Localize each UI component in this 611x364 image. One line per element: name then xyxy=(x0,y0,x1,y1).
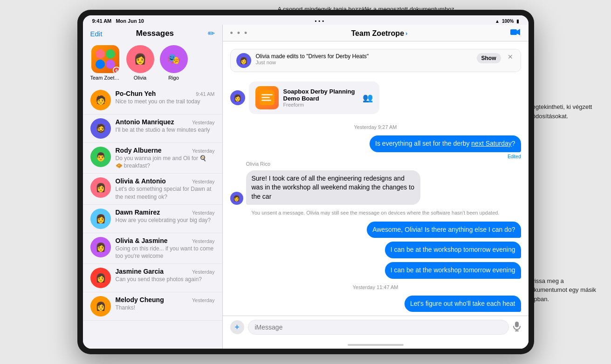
compose-button[interactable]: ✏ xyxy=(208,28,215,39)
conv-content-rody: Rody Albuerne Yesterday Do you wanna joi… xyxy=(116,147,215,169)
msg-row-received-1: 👩 Sure! I took care of all the engineeri… xyxy=(230,170,521,205)
avatar-pochun: 🧑 xyxy=(90,90,111,110)
conv-content-pochun: Po-Chun Yeh 9:41 AM Nice to meet you on … xyxy=(116,90,215,105)
svg-rect-11 xyxy=(515,322,519,327)
chevron-right-icon: › xyxy=(405,30,407,37)
conv-preview: How are you celebrating your big day? xyxy=(116,216,215,224)
conv-preview: Thanks! xyxy=(116,304,215,311)
conv-preview: Do you wanna join me and Oli for 🍳 🧇 bre… xyxy=(116,155,215,169)
msg-bubble-sent-3: I can be at the workshop tomorrow evenin… xyxy=(385,242,521,258)
conv-preview: Going on this ride... if you want to com… xyxy=(116,245,215,260)
sidebar-title: Messages xyxy=(102,29,207,38)
conv-content-melody: Melody Cheung Yesterday Thanks! xyxy=(116,296,215,311)
conv-item-pochun[interactable]: 🧑 Po-Chun Yeh 9:41 AM Nice to meet you o… xyxy=(83,86,222,115)
freeform-info: Soapbox Derby Planning Demo Board Freefo… xyxy=(283,88,358,108)
conv-item-olivia-antonio[interactable]: 👩 Olivia & Antonio Yesterday Let's do so… xyxy=(83,174,222,204)
msg-sender-name-olivia: Olivia Rico xyxy=(246,161,521,167)
pinned-name-olivia: Olivia xyxy=(134,75,147,81)
add-attachment-button[interactable]: + xyxy=(230,320,244,334)
status-right: ▲ 100% ▮ xyxy=(495,19,519,24)
conv-time: Yesterday xyxy=(192,238,215,244)
freeform-card[interactable]: Soapbox Derby Planning Demo Board Freefo… xyxy=(249,81,379,114)
conv-item-jasmine[interactable]: 👩 Jasmine Garcia Yesterday Can you send … xyxy=(83,264,222,292)
notif-text: Olivia made edits to "Drivers for Derby … xyxy=(256,53,472,60)
olivia-avatar: 👩 xyxy=(126,45,154,73)
freeform-title: Soapbox Derby Planning Demo Board xyxy=(283,88,358,102)
ipad-device: 9:41 AM Mon Jun 10 • • • ▲ 100% ▮ Edit M… xyxy=(77,10,534,354)
msg-bubble-sent-5: Let's figure out who'll take each heat xyxy=(405,296,521,312)
conv-time: Yesterday xyxy=(192,210,215,216)
show-button[interactable]: Show xyxy=(477,53,501,63)
conv-time: 9:41 AM xyxy=(196,91,214,97)
conv-time: Yesterday xyxy=(192,179,215,184)
msg-bubble-sent-2: Awesome, Olivia! Is there anything else … xyxy=(367,222,521,238)
share-icon: 👥 xyxy=(363,93,373,103)
svg-rect-0 xyxy=(510,29,517,35)
msg-bubble-sent-4: I can be at the workshop tomorrow evenin… xyxy=(385,262,521,279)
sender-avatar-olivia: 👩 xyxy=(230,192,243,205)
annotation-right-top: Megtekintheti, ki végzett módosításokat. xyxy=(527,102,602,121)
conv-preview: Let's do something special for Dawn at t… xyxy=(116,185,215,200)
avatar-antonio: 🧔 xyxy=(90,118,111,139)
pinned-name-team: Team Zoetrope xyxy=(90,75,121,81)
input-bar: + xyxy=(223,316,529,341)
annotation-right-bottom: Nyissa meg a dokumentumot egy másik appb… xyxy=(527,276,602,304)
msg-row-sent-2: Awesome, Olivia! Is there anything else … xyxy=(230,222,521,238)
svg-rect-3 xyxy=(261,94,273,95)
freeform-subtitle: Freeform xyxy=(283,102,358,108)
chat-panel: • • • Team Zoetrope › xyxy=(223,25,529,349)
svg-rect-5 xyxy=(261,100,271,101)
message-input[interactable] xyxy=(248,320,509,335)
edit-button[interactable]: Edit xyxy=(90,30,103,38)
notif-avatar: 👩 xyxy=(236,53,251,68)
conv-name: Melody Cheung xyxy=(116,296,164,303)
wifi-icon: ▲ xyxy=(495,19,500,24)
sidebar: Edit Messages ✏ xyxy=(83,25,223,349)
conv-name: Po-Chun Yeh xyxy=(116,90,156,97)
notif-content: Olivia made edits to "Drivers for Derby … xyxy=(256,53,472,65)
timestamp-yesterday-afternoon: Yesterday 11:47 AM xyxy=(230,284,521,290)
chat-title-text: Team Zoetrope xyxy=(351,29,405,38)
conv-item-olivia-jasmine[interactable]: 👩 Olivia & Jasmine Yesterday Going on th… xyxy=(83,233,222,264)
conv-preview: Can you send those photos again? xyxy=(116,276,215,283)
video-call-button[interactable] xyxy=(510,28,521,38)
msg-row-sent-5: Let's figure out who'll take each heat xyxy=(230,296,521,312)
battery-icon: ▮ xyxy=(516,19,519,24)
conversation-list: 🧑 Po-Chun Yeh 9:41 AM Nice to meet you o… xyxy=(83,86,222,349)
msg-bubble-sent-1: Is everything all set for the derby next… xyxy=(370,135,521,152)
avatar-dawn: 👩 xyxy=(90,209,111,229)
pinned-contact-team-zoetrope[interactable]: 6 Team Zoetrope xyxy=(90,45,121,81)
freeform-icon xyxy=(255,86,279,109)
conv-item-melody[interactable]: 👩 Melody Cheung Yesterday Thanks! xyxy=(83,292,222,321)
conv-item-dawn[interactable]: 👩 Dawn Ramirez Yesterday How are you cel… xyxy=(83,205,222,233)
chat-header: • • • Team Zoetrope › xyxy=(223,25,529,41)
pinned-contact-rigo[interactable]: 🎭 Rigo xyxy=(160,45,188,81)
status-bar: 9:41 AM Mon Jun 10 • • • ▲ 100% ▮ xyxy=(83,15,529,25)
conv-content-antonio: Antonio Manriquez Yesterday I'll be at t… xyxy=(116,118,215,134)
rigo-avatar: 🎭 xyxy=(160,45,188,73)
home-bar xyxy=(348,344,404,346)
close-notification-button[interactable]: ✕ xyxy=(506,53,515,61)
conv-time: Yesterday xyxy=(192,269,215,275)
msg-row-sent-1: Is everything all set for the derby next… xyxy=(230,135,521,152)
conv-content-jasmine: Jasmine Garcia Yesterday Can you send th… xyxy=(116,268,215,283)
conv-time: Yesterday xyxy=(192,297,215,303)
conv-name: Jasmine Garcia xyxy=(116,268,164,275)
microphone-button[interactable] xyxy=(513,321,521,334)
pinned-contact-olivia[interactable]: 👩 Olivia xyxy=(126,45,154,81)
avatar-olivia-antonio: 👩 xyxy=(90,177,111,198)
msg-bubble-received-1: Sure! I took care of all the engineering… xyxy=(246,170,420,205)
conv-name: Rody Albuerne xyxy=(116,147,162,154)
avatar-olivia-jasmine: 👩 xyxy=(90,237,111,257)
conv-item-antonio[interactable]: 🧔 Antonio Manriquez Yesterday I'll be at… xyxy=(83,115,222,143)
timestamp-yesterday-morning: Yesterday 9:27 AM xyxy=(230,124,521,130)
pinned-contacts: 6 Team Zoetrope 👩 Olivia 🎭 xyxy=(83,41,222,86)
status-center: • • • xyxy=(315,18,324,24)
svg-rect-4 xyxy=(261,97,270,98)
conv-content-dawn: Dawn Ramirez Yesterday How are you celeb… xyxy=(116,209,215,224)
sidebar-header: Edit Messages ✏ xyxy=(83,25,222,41)
conv-preview: Nice to meet you on the trail today xyxy=(116,98,215,105)
conv-item-rody[interactable]: 👨 Rody Albuerne Yesterday Do you wanna j… xyxy=(83,143,222,174)
header-dots: • • • xyxy=(230,28,248,38)
notif-time: Just now xyxy=(256,60,472,65)
